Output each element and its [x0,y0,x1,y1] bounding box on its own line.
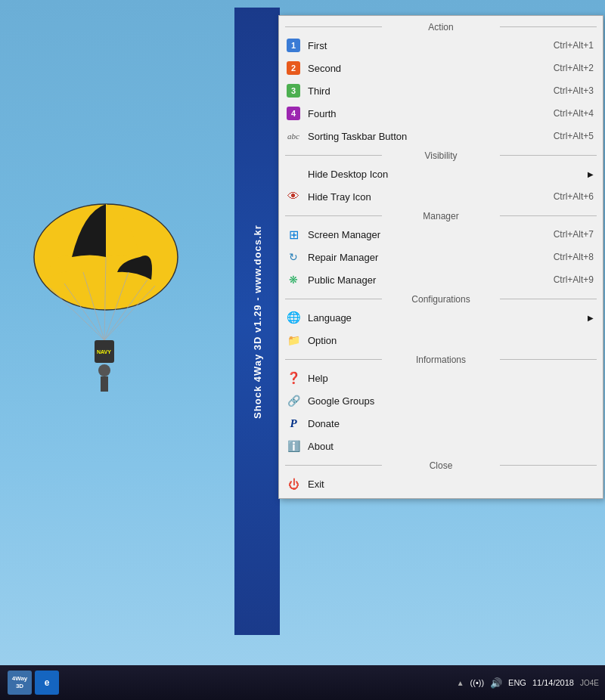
first-icon: 1 [285,37,302,54]
third-icon: 3 [285,82,302,99]
public-manager-label: Public Manager [308,274,538,286]
screen-manager-label: Screen Manager [308,229,538,240]
menu-item-language[interactable]: 🌐 Language ▶ [279,306,603,329]
screen-manager-icon: ⊞ [285,226,302,243]
google-groups-icon: 🔗 [285,392,302,409]
menu-item-donate[interactable]: P Donate [279,412,603,435]
menu-item-public-manager[interactable]: ❋ Public Manager Ctrl+Alt+9 [279,268,603,291]
first-label: First [308,40,538,51]
donate-label: Donate [308,418,594,429]
section-header-configurations: Configurations [279,291,603,306]
donate-icon: P [285,415,302,432]
menu-item-google-groups[interactable]: 🔗 Google Groups [279,389,603,412]
repair-manager-icon: ↻ [285,249,302,265]
taskbar-app-label: 4Way3D [12,675,28,689]
option-icon: 📁 [285,332,302,348]
language-label: Language [308,312,582,324]
fourth-label: Fourth [308,108,538,119]
menu-item-about[interactable]: ℹ️ About [279,435,603,457]
tray-network-icon: ((•)) [470,678,485,687]
second-icon: 2 [285,60,302,76]
hide-desktop-arrow: ▶ [588,170,594,178]
hide-tray-shortcut: Ctrl+Alt+6 [554,191,594,202]
menu-item-hide-desktop[interactable]: Hide Desktop Icon ▶ [279,163,603,185]
help-label: Help [308,373,594,384]
menu-item-repair-manager[interactable]: ↻ Repair Manager Ctrl+Alt+8 [279,246,603,268]
menu-item-hide-tray[interactable]: 👁 Hide Tray Icon Ctrl+Alt+6 [279,185,603,208]
taskbar-system-tray: ▲ ((•)) 🔊 ENG 11/14/2018 JO4E [457,677,599,689]
banner-text: Shock 4Way 3D v1.29 - www.docs.kr [252,225,263,419]
fourth-shortcut: Ctrl+Alt+4 [554,108,594,119]
repair-manager-shortcut: Ctrl+Alt+8 [554,252,594,262]
fourth-icon: 4 [285,105,302,122]
menu-item-exit[interactable]: ⏻ Exit [279,472,603,495]
exit-label: Exit [308,479,594,490]
svg-text:NAVY: NAVY [97,349,111,355]
section-header-close: Close [279,457,603,472]
taskbar: 4Way3D e ▲ ((•)) 🔊 ENG 11/14/2018 JO4E [0,665,605,700]
third-label: Third [308,85,538,97]
svg-rect-11 [101,376,108,392]
taskbar-app-icon[interactable]: 4Way3D [8,671,32,695]
hide-tray-icon: 👁 [285,188,302,205]
public-manager-icon: ❋ [285,271,302,288]
taskbar-ie-icon[interactable]: e [35,671,59,695]
taskbar-time: 11/14/2018 [532,678,574,687]
section-header-visibility: Visibility [279,147,603,163]
vertical-banner: Shock 4Way 3D v1.29 - www.docs.kr [234,8,280,635]
tray-arrow[interactable]: ▲ [457,679,464,687]
menu-item-sorting[interactable]: abc Sorting Taskbar Button Ctrl+Alt+5 [279,125,603,147]
option-label: Option [308,335,594,346]
language-arrow: ▶ [588,314,594,322]
section-header-informations: Informations [279,352,603,367]
third-shortcut: Ctrl+Alt+3 [554,85,594,96]
menu-item-second[interactable]: 2 Second Ctrl+Alt+2 [279,57,603,79]
sorting-shortcut: Ctrl+Alt+5 [554,131,594,141]
about-label: About [308,441,594,452]
language-icon: 🌐 [285,309,302,326]
hide-desktop-icon [285,166,302,182]
context-menu: Action 1 First Ctrl+Alt+1 2 Second Ctrl+… [278,15,603,499]
menu-item-third[interactable]: 3 Third Ctrl+Alt+3 [279,79,603,102]
first-shortcut: Ctrl+Alt+1 [554,40,594,51]
repair-manager-label: Repair Manager [308,252,538,263]
tray-logo: JO4E [580,679,599,687]
section-header-manager: Manager [279,208,603,223]
menu-item-fourth[interactable]: 4 Fourth Ctrl+Alt+4 [279,102,603,125]
svg-point-10 [98,364,110,376]
public-manager-shortcut: Ctrl+Alt+9 [554,274,594,285]
sorting-icon: abc [285,128,302,144]
tray-volume-icon: 🔊 [490,677,502,689]
hide-desktop-label: Hide Desktop Icon [308,169,582,180]
menu-item-option[interactable]: 📁 Option [279,329,603,352]
ie-icon: e [45,677,50,688]
exit-icon: ⏻ [285,475,302,492]
menu-item-first[interactable]: 1 First Ctrl+Alt+1 [279,34,603,57]
about-icon: ℹ️ [285,438,302,454]
hide-tray-label: Hide Tray Icon [308,191,538,203]
help-icon: ❓ [285,370,302,386]
tray-language: ENG [508,678,526,687]
screen-manager-shortcut: Ctrl+Alt+7 [554,229,594,240]
menu-item-screen-manager[interactable]: ⊞ Screen Manager Ctrl+Alt+7 [279,223,603,246]
menu-item-help[interactable]: ❓ Help [279,367,603,389]
google-groups-label: Google Groups [308,395,594,407]
second-label: Second [308,63,538,74]
parachute-image: NAVY [23,189,189,431]
second-shortcut: Ctrl+Alt+2 [554,63,594,73]
sorting-label: Sorting Taskbar Button [308,131,538,142]
section-header-action: Action [279,19,603,34]
